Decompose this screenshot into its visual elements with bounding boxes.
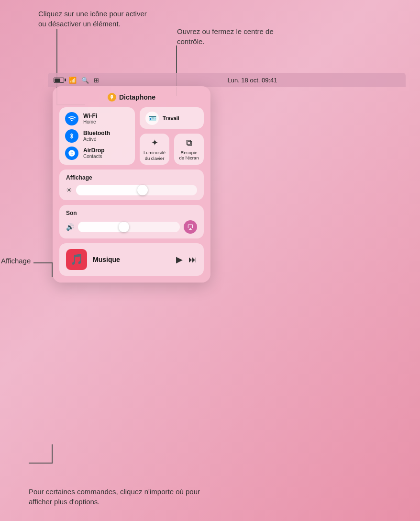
wifi-sub: Home (83, 119, 97, 125)
music-icon: 🎵 (70, 253, 83, 266)
control-center-panel: 🎙 Dictaphone Wi-Fi Home (53, 86, 210, 283)
wifi-label: Wi-Fi (83, 113, 97, 119)
display-title: Affichage (66, 174, 197, 181)
sound-section: Son 🔊 (59, 205, 204, 238)
panel-title: 🎙 Dictaphone (59, 93, 204, 102)
play-button[interactable]: ▶ (176, 254, 183, 265)
volume-slider-row: 🔊 (66, 220, 197, 234)
search-menubar-icon: 🔍 (81, 77, 89, 84)
menubar: 📶 🔍 ⊞ Lun. 18 oct. 09:41 (48, 73, 406, 87)
menubar-left: 📶 🔍 ⊞ (54, 77, 99, 84)
callout-affichage-vert (52, 262, 53, 277)
recopie-icon: ⧉ (186, 138, 192, 148)
top-row: Wi-Fi Home Bluetooth Activé (59, 107, 204, 165)
volume-thumb[interactable] (119, 222, 129, 232)
annotation-top-left: Cliquez sur une icône pour activer ou dé… (38, 9, 153, 29)
brightness-icon: ☀ (66, 186, 72, 194)
annotation-bottom: Pour certaines commandes, cliquez n'impo… (29, 487, 210, 507)
callout-affichage-horiz (33, 262, 53, 263)
airdrop-sub: Contacts (83, 154, 105, 159)
volume-slider[interactable] (78, 222, 180, 232)
recopie-label: Recopiede l'écran (179, 150, 199, 161)
quick-small-row: ✦ Luminositédu clavier ⧉ Recopiede l'écr… (140, 134, 204, 165)
luminosite-icon: ✦ (151, 137, 158, 148)
travail-label: Travail (163, 115, 179, 121)
wifi-menubar-icon: 📶 (69, 77, 77, 84)
panel-title-text: Dictaphone (119, 93, 155, 101)
annotation-affichage: Affichage (1, 257, 31, 265)
airdrop-item[interactable]: AirDrop Contacts (65, 147, 129, 160)
brightness-thumb[interactable] (137, 185, 148, 195)
brightness-fill (76, 185, 143, 195)
luminosite-button[interactable]: ✦ Luminositédu clavier (140, 134, 169, 165)
luminosite-label: Luminositédu clavier (144, 150, 166, 161)
menubar-datetime: Lun. 18 oct. 09:41 (105, 77, 400, 84)
bluetooth-icon (65, 129, 78, 143)
bluetooth-sub: Activé (83, 136, 110, 142)
quick-actions: 🪪 Travail ✦ Luminositédu clavier ⧉ Recop… (140, 107, 204, 165)
sound-title: Son (66, 210, 197, 216)
music-album-art: 🎵 (66, 249, 87, 270)
volume-fill (78, 222, 124, 232)
callout-bottom-vert (52, 444, 53, 464)
connectivity-block: Wi-Fi Home Bluetooth Activé (59, 107, 135, 165)
music-section: 🎵 Musique ▶ ⏭ (59, 243, 204, 276)
brightness-slider-row: ☀ (66, 185, 197, 195)
annotation-top-right: Ouvrez ou fermez le centre de contrôle. (177, 26, 292, 46)
music-title: Musique (93, 256, 170, 263)
control-center-icon[interactable]: ⊞ (94, 77, 99, 84)
battery-icon (54, 78, 64, 83)
dictaphone-icon: 🎙 (108, 93, 116, 102)
airdrop-icon (65, 147, 78, 160)
wifi-item[interactable]: Wi-Fi Home (65, 112, 129, 125)
brightness-slider[interactable] (76, 185, 197, 195)
wifi-icon (65, 112, 78, 125)
airdrop-label: AirDrop (83, 147, 105, 154)
bluetooth-text: Bluetooth Activé (83, 130, 110, 142)
display-section: Affichage ☀ (59, 170, 204, 200)
bluetooth-label: Bluetooth (83, 130, 110, 136)
recopie-button[interactable]: ⧉ Recopiede l'écran (174, 134, 204, 165)
wifi-text: Wi-Fi Home (83, 113, 97, 125)
callout-bottom-horiz (29, 463, 53, 464)
travail-icon: 🪪 (145, 112, 159, 125)
airplay-icon[interactable] (184, 220, 197, 234)
volume-icon: 🔊 (66, 223, 74, 231)
skip-button[interactable]: ⏭ (188, 255, 197, 265)
airdrop-text: AirDrop Contacts (83, 147, 105, 159)
music-controls: ▶ ⏭ (176, 254, 197, 265)
bluetooth-item[interactable]: Bluetooth Activé (65, 129, 129, 143)
travail-button[interactable]: 🪪 Travail (140, 107, 204, 129)
